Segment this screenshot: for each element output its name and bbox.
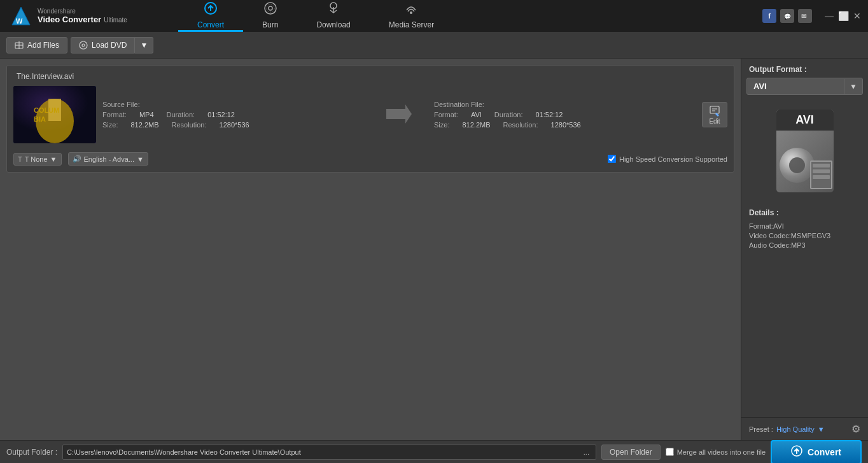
media-server-tab-icon	[404, 1, 418, 18]
audio-dropdown[interactable]: 🔊 English - Adva... ▼	[68, 152, 148, 166]
format-dropdown-arrow-icon[interactable]: ▼	[844, 79, 862, 94]
edit-label: Edit	[709, 118, 720, 125]
convert-button[interactable]: Convert	[771, 440, 862, 464]
output-folder-path: C:\Users\lenovo\Documents\Wondershare Vi…	[62, 445, 596, 460]
file-item-footer: T T None ▼ 🔊 English - Adva... ▼ High Sp…	[13, 148, 727, 166]
svg-point-17	[82, 44, 85, 46]
source-resolution-label: Resolution:	[172, 121, 207, 129]
avi-format-icon: AVI	[776, 110, 834, 192]
preset-label: Preset :	[749, 425, 773, 433]
twitter-icon[interactable]: 💬	[780, 9, 794, 23]
source-duration-label: Duration:	[167, 111, 195, 118]
tab-download[interactable]: Download	[297, 0, 369, 32]
dest-resolution-value: 1280*536	[551, 121, 581, 129]
maximize-button[interactable]: ⬜	[839, 11, 848, 20]
dest-duration-label: Duration:	[494, 111, 523, 118]
tab-download-label: Download	[316, 20, 350, 29]
load-dvd-label: Load DVD	[92, 41, 127, 50]
details-section: Details : Format:AVI Video Codec:MSMPEGV…	[741, 202, 868, 417]
high-speed-label: High Speed Conversion Supported	[619, 155, 727, 163]
logo-edition: Ultimate	[104, 17, 127, 24]
load-dvd-button[interactable]: Load DVD	[71, 37, 135, 53]
source-info: Source File: Format: MP4 Duration: 01:52…	[102, 101, 364, 129]
svg-point-4	[269, 6, 272, 10]
dest-resolution-label: Resolution:	[503, 121, 538, 129]
convert-button-label: Convert	[808, 447, 841, 457]
add-files-label: Add Files	[27, 41, 59, 50]
audio-icon: 🔊	[73, 155, 81, 163]
arrow-indicator	[370, 101, 428, 129]
detail-audio-codec: Audio Codec:MP3	[749, 241, 860, 249]
tab-media-server-label: Media Server	[389, 20, 434, 29]
format-selector[interactable]: AVI ▼	[746, 78, 863, 95]
close-button[interactable]: ✕	[853, 11, 862, 20]
file-item-filename: The.Interview.avi	[13, 72, 727, 81]
main-layout: The.Interview.avi	[0, 59, 868, 440]
message-icon[interactable]: ✉	[798, 9, 812, 23]
folder-path-text: C:\Users\lenovo\Documents\Wondershare Vi…	[67, 448, 301, 456]
settings-gear-icon[interactable]: ⚙	[851, 423, 860, 435]
logo-text: Wondershare Video Converter Ultimate	[38, 8, 127, 24]
detail-video-codec: Video Codec:MSMPEGV3	[749, 232, 860, 239]
svg-text:BIA: BIA	[34, 115, 46, 123]
svg-text:W: W	[16, 17, 23, 25]
convert-tab-icon	[204, 1, 218, 18]
subtitle-icon: T	[18, 155, 22, 163]
output-folder-label: Output Folder :	[6, 448, 57, 457]
window-controls: — ⬜ ✕	[818, 0, 868, 32]
destination-info: Destination File: Format: AVI Duration: …	[434, 101, 696, 129]
subtitle-dropdown[interactable]: T T None ▼	[13, 153, 62, 166]
tab-burn[interactable]: Burn	[243, 0, 297, 32]
social-icons-area: f 💬 ✉	[756, 0, 818, 32]
folder-browse-button[interactable]: ...	[581, 448, 592, 456]
svg-point-8	[410, 11, 412, 14]
source-duration-value: 01:52:12	[207, 111, 235, 118]
svg-marker-23	[386, 104, 412, 124]
subtitle-arrow-icon: ▼	[50, 155, 57, 163]
audio-value: English - Adva...	[84, 155, 135, 163]
facebook-icon[interactable]: f	[762, 9, 776, 23]
add-files-button[interactable]: Add Files	[6, 37, 67, 53]
titlebar: W Wondershare Video Converter Ultimate C…	[0, 0, 868, 32]
tab-convert[interactable]: Convert	[178, 0, 243, 32]
nav-tabs: Convert Burn Download	[178, 0, 756, 32]
merge-checkbox[interactable]	[666, 448, 674, 456]
svg-point-3	[265, 3, 276, 14]
open-folder-button[interactable]: Open Folder	[601, 445, 661, 460]
merge-label-text: Merge all videos into one file	[677, 448, 766, 456]
tab-burn-label: Burn	[262, 20, 278, 29]
right-panel: Output Format : AVI ▼ AVI	[741, 59, 868, 440]
convert-button-icon	[791, 445, 802, 459]
burn-tab-icon	[263, 1, 277, 18]
svg-rect-24	[710, 106, 719, 113]
load-dvd-dropdown[interactable]: ▼	[135, 37, 153, 53]
logo-product: Video Converter	[38, 15, 101, 24]
preset-dropdown-icon[interactable]: ▼	[818, 425, 825, 433]
file-item-body: COLUM BIA Source File: Format: MP4 Durat…	[13, 86, 727, 143]
minimize-button[interactable]: —	[825, 11, 834, 20]
preset-value-link[interactable]: High Quality	[776, 425, 815, 433]
avi-label: AVI	[776, 110, 834, 131]
subtitle-value: T None	[25, 155, 48, 163]
audio-arrow-icon: ▼	[137, 155, 144, 163]
dest-file-label: Destination File:	[434, 101, 696, 108]
details-header: Details :	[749, 208, 860, 217]
output-format-header: Output Format :	[741, 59, 868, 78]
tab-media-server[interactable]: Media Server	[370, 0, 453, 32]
thumbnail-image: COLUM BIA	[13, 86, 96, 143]
format-name: AVI	[747, 78, 844, 94]
file-item: The.Interview.avi	[6, 65, 734, 173]
logo-brand: Wondershare	[38, 8, 127, 15]
file-thumbnail: COLUM BIA	[13, 86, 96, 143]
source-format-label: Format:	[102, 111, 127, 118]
preset-bar: Preset : High Quality ▼ ⚙	[741, 417, 868, 440]
svg-text:✉: ✉	[801, 13, 807, 20]
dest-format-label: Format:	[434, 111, 458, 118]
bottom-bar: Output Folder : C:\Users\lenovo\Document…	[0, 440, 868, 463]
high-speed-checkbox[interactable]	[608, 155, 616, 163]
edit-button[interactable]: Edit	[702, 102, 727, 127]
dest-format-value: AVI	[471, 111, 482, 118]
high-speed-checkbox-area: High Speed Conversion Supported	[608, 155, 727, 163]
dest-size-value: 812.2MB	[462, 121, 490, 129]
tab-convert-label: Convert	[197, 20, 224, 29]
